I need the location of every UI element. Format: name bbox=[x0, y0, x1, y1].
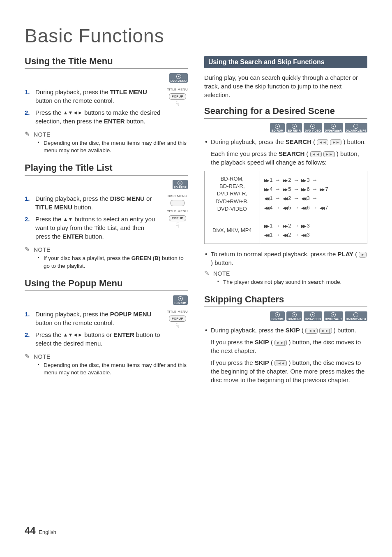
badge-divx: DivX/MKV/MP4 bbox=[345, 123, 367, 132]
badge-label: DVD-VIDEO bbox=[305, 318, 321, 320]
fastforward-icon: ►► bbox=[330, 139, 341, 145]
step-text: Press the ▲▼ buttons to select an entry … bbox=[35, 215, 160, 241]
step-number: 2. bbox=[25, 215, 31, 241]
step-item: 1. During playback, press the POPUP MENU… bbox=[25, 310, 160, 327]
badge-label: BD-RE/-R bbox=[288, 129, 301, 132]
badge-row: BD-ROM bbox=[25, 295, 188, 305]
badge-label: DivX/MKV/MP4 bbox=[346, 129, 366, 132]
note-header: NOTE bbox=[204, 270, 367, 277]
note-header: NOTE bbox=[25, 131, 188, 138]
badge-label: DVD-VIDEO bbox=[305, 129, 321, 132]
arrow-glyphs-icon: ▲▼ bbox=[63, 216, 73, 222]
skip-prev-icon: |◄◄ bbox=[274, 360, 287, 366]
rw-icon bbox=[264, 195, 268, 202]
badge-dvdvideo: DVD-VIDEO bbox=[304, 123, 322, 132]
badge-label: DVD-VIDEO bbox=[171, 79, 187, 82]
remote-label-title-menu: TITLE MENU bbox=[167, 209, 188, 213]
badge-row: DVD-VIDEO bbox=[25, 73, 188, 83]
step-number: 2. bbox=[25, 330, 31, 348]
badge-divx: DivX/MKV/MP4 bbox=[345, 311, 367, 321]
steps-list: 1. During playback, press the DISC MENU … bbox=[25, 194, 160, 241]
page-footer: 44 English bbox=[25, 525, 56, 536]
section-title-popup-menu: Using the Popup Menu bbox=[25, 278, 188, 291]
table-cell-speeds: 1 → 2 → 3 1 → 2 → 3 bbox=[260, 217, 367, 244]
bullet-item: During playback, press the SEARCH ( ◄◄ ►… bbox=[204, 137, 367, 146]
page-language: English bbox=[39, 529, 56, 535]
bullet-list: To return to normal speed playback, pres… bbox=[204, 250, 367, 267]
badge-row: BD-ROM BD-RE/-R DVD-VIDEO DVD±RW/±R DivX… bbox=[204, 123, 367, 132]
table-cell-speeds: 1 → 2 → 3 → 4 → 5 → 6 → 7 1 → 2 → 3 → 4 … bbox=[260, 171, 367, 217]
note-label: NOTE bbox=[34, 353, 51, 360]
badge-dvdvideo: DVD-VIDEO bbox=[304, 311, 322, 321]
badge-label: BD-ROM bbox=[272, 129, 284, 132]
disc-icon bbox=[178, 296, 183, 301]
play-icon: ► bbox=[359, 252, 367, 258]
badge-row: BD-RE/-R bbox=[25, 180, 188, 189]
disc-icon bbox=[176, 74, 181, 79]
file-icon bbox=[353, 124, 358, 129]
disc-icon bbox=[310, 312, 315, 317]
remote-button-popup: POPUP bbox=[169, 93, 186, 100]
intro-paragraph: During play, you can search quickly thro… bbox=[204, 73, 367, 99]
bullet-list: During playback, press the SEARCH ( ◄◄ ►… bbox=[204, 137, 367, 146]
sub-paragraph: Each time you press the SEARCH ( ◄◄ ►► )… bbox=[204, 149, 367, 167]
arrow-glyphs-icon: ▲▼◄► bbox=[63, 332, 83, 338]
remote-button-popup: POPUP bbox=[169, 215, 186, 221]
disc-icon bbox=[292, 124, 297, 129]
skip-next-icon: ►►| bbox=[274, 340, 287, 346]
note-icon bbox=[204, 270, 211, 277]
badge-bdre: BD-RE/-R bbox=[286, 123, 302, 132]
hand-icon: ☟ bbox=[167, 100, 188, 107]
badge-label: BD-RE/-R bbox=[174, 186, 187, 189]
note-item: Depending on the disc, the menu items ma… bbox=[38, 362, 188, 376]
step-text: Press the ▲▼◄► buttons to make the desir… bbox=[35, 108, 160, 125]
badge-bdre: BD-RE/-R bbox=[173, 180, 188, 189]
note-list: Depending on the disc, the menu items ma… bbox=[25, 362, 188, 376]
section-title-skip-chapters: Skipping Chapters bbox=[204, 294, 367, 307]
badge-label: DivX/MKV/MP4 bbox=[346, 318, 366, 320]
note-icon bbox=[25, 353, 31, 360]
badge-bdrom: BD-ROM bbox=[270, 311, 285, 321]
remote-button-blank bbox=[171, 200, 184, 206]
note-item: Depending on the disc, the menu items ma… bbox=[38, 139, 188, 154]
bullet-item: To return to normal speed playback, pres… bbox=[204, 250, 367, 267]
remote-diagram: TITLE MENU POPUP ☟ bbox=[167, 310, 188, 329]
disc-icon bbox=[310, 124, 315, 129]
bullet-item: During playback, press the SKIP ( |◄◄ ►►… bbox=[204, 326, 367, 334]
skip-next-icon: ►►| bbox=[319, 328, 332, 334]
speed-table: BD-ROM, BD-RE/-R, DVD-RW/-R, DVD+RW/+R, … bbox=[204, 171, 367, 244]
section-title-search-scene: Searching for a Desired Scene bbox=[204, 106, 367, 119]
table-row: DivX, MKV, MP4 1 → 2 → 3 1 → 2 → 3 bbox=[205, 217, 367, 244]
note-label: NOTE bbox=[34, 246, 51, 253]
note-list: If your disc has a playlist, press the G… bbox=[25, 255, 188, 269]
note-list: Depending on the disc, the menu items ma… bbox=[25, 139, 188, 154]
table-cell-media: BD-ROM, BD-RE/-R, DVD-RW/-R, DVD+RW/+R, … bbox=[205, 171, 260, 217]
badge-bdre: BD-RE/-R bbox=[286, 311, 302, 321]
section-title-title-menu: Using the Title Menu bbox=[25, 56, 188, 69]
badge-label: BD-ROM bbox=[272, 318, 284, 320]
file-icon bbox=[353, 312, 358, 317]
ff-icon bbox=[264, 177, 268, 184]
hand-icon: ☟ bbox=[167, 222, 188, 229]
remote-label-title-menu: TITLE MENU bbox=[167, 88, 188, 91]
step-number: 2. bbox=[25, 108, 31, 125]
step-number: 1. bbox=[25, 88, 31, 105]
disc-icon bbox=[178, 181, 182, 186]
step-text: During playback, press the POPUP MENU bu… bbox=[35, 310, 160, 327]
note-header: NOTE bbox=[25, 246, 188, 253]
hand-icon: ☟ bbox=[167, 323, 188, 329]
remote-diagram: DISC MENU TITLE MENU POPUP ☟ bbox=[167, 194, 188, 229]
step-item: 2. Press the ▲▼◄► buttons or ENTER butto… bbox=[25, 330, 160, 348]
section-bar-search-skip: Using the Search and Skip Functions bbox=[204, 56, 367, 68]
note-header: NOTE bbox=[25, 353, 188, 360]
badge-bdrom: BD-ROM bbox=[270, 123, 285, 132]
arrow-glyphs-icon: ▲▼◄► bbox=[63, 110, 83, 116]
step-text: During playback, press the DISC MENU or … bbox=[35, 194, 160, 211]
disc-icon bbox=[292, 312, 297, 317]
badge-dvdrw: DVD±RW/±R bbox=[324, 123, 343, 132]
disc-icon bbox=[331, 312, 336, 317]
step-item: 2. Press the ▲▼◄► buttons to make the de… bbox=[25, 108, 160, 125]
badge-label: DVD±RW/±R bbox=[325, 318, 342, 320]
table-cell-media: DivX, MKV, MP4 bbox=[205, 217, 260, 244]
step-number: 1. bbox=[25, 194, 31, 211]
